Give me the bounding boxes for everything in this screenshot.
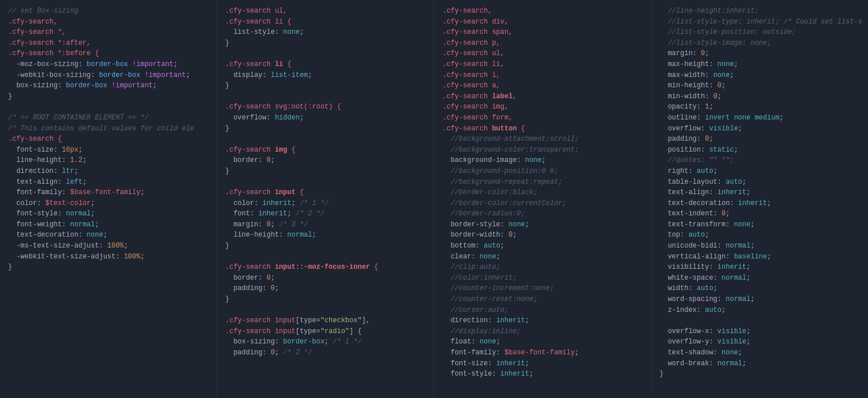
code-line: font: inherit; /* 2 */ [225, 208, 426, 219]
code-line: //background-repeat:repeat; [442, 177, 643, 188]
code-line: .cfy-search { [8, 134, 209, 145]
code-line: //background-color:transparent; [442, 145, 643, 156]
code-line: position: static; [659, 145, 860, 156]
code-line: list-style: none; [225, 27, 426, 38]
code-line: } [8, 91, 209, 102]
code-line: text-shadow: none; [659, 347, 860, 358]
code-line: .cfy-search li, [442, 59, 643, 70]
code-line: min-height: 0; [659, 80, 860, 91]
code-line: //counter-increment:none; [442, 283, 643, 294]
code-line: -ms-text-size-adjust: 100%; [8, 241, 209, 252]
code-line [225, 252, 426, 262]
code-line: //list-style-position: outside; [659, 27, 860, 38]
code-line: .cfy-search, [8, 17, 209, 28]
code-line: .cfy-search form, [442, 113, 643, 123]
code-line [225, 48, 426, 59]
code-line: border: 0; [225, 273, 426, 284]
code-line: min-width: 0; [659, 91, 860, 102]
code-line: //border-color:currentColor; [442, 198, 643, 209]
code-line: //border-color:black; [442, 187, 643, 198]
code-line: float: none; [442, 337, 643, 347]
code-line: //background-attachment:scroll; [442, 134, 643, 145]
code-line: background-image: none; [442, 155, 643, 166]
code-line [8, 102, 209, 113]
code-panel-3: .cfy-search, .cfy-search div, .cfy-searc… [434, 0, 651, 398]
code-line: padding: 0; [659, 134, 860, 145]
code-line: .cfy-search span, [442, 27, 643, 38]
code-line: font-size: inherit; [442, 358, 643, 369]
code-line: } [225, 166, 426, 177]
code-line: } [659, 369, 860, 380]
code-line: text-align: left; [8, 177, 209, 188]
code-line: //list-style-type: inherit; /* Could set… [659, 17, 860, 28]
code-line: .cfy-search button { [442, 123, 643, 134]
code-line: font-family: $base-font-family; [8, 187, 209, 198]
code-line: line-height: normal; [225, 230, 426, 241]
code-line: font-style: normal; [8, 208, 209, 219]
code-panel-2: .cfy-search ul, .cfy-search li { list-st… [217, 0, 434, 398]
code-line: //quotes: "" ""; [659, 155, 860, 166]
code-line: max-height: none; [659, 59, 860, 70]
code-line: top: auto; [659, 230, 860, 241]
code-line: color: inherit; /* 1 */ [225, 198, 426, 209]
code-line: .cfy-search label, [442, 91, 643, 102]
code-line: .cfy-search *:before { [8, 48, 209, 59]
code-line: direction: ltr; [8, 166, 209, 177]
code-line [225, 305, 426, 316]
code-line: .cfy-search img { [225, 145, 426, 156]
code-line: //color:inherit; [442, 273, 643, 284]
code-line: color: $text-color; [8, 198, 209, 209]
code-line: visibility: inherit; [659, 262, 860, 273]
code-line: .cfy-search ul, [442, 48, 643, 59]
code-line: //counter-reset:none; [442, 294, 643, 305]
code-line [659, 315, 860, 326]
code-line: //display:inline; [442, 326, 643, 337]
code-line: .cfy-search input { [225, 187, 426, 198]
code-line [225, 91, 426, 102]
code-line: .cfy-search input[type="checkbox"], [225, 315, 426, 326]
code-line: //list-style-image: none; [659, 38, 860, 49]
code-line: } [225, 123, 426, 134]
code-line: } [8, 262, 209, 273]
code-line: } [225, 80, 426, 91]
code-line: border-width: 0; [442, 230, 643, 241]
code-line: vertical-align: baseline; [659, 252, 860, 262]
code-line: width: auto; [659, 283, 860, 294]
code-line: font-weight: normal; [8, 219, 209, 230]
code-line: font-size: 16px; [8, 145, 209, 156]
code-line: /* This contains default values for chil… [8, 123, 209, 134]
code-line: //cursor:auto; [442, 305, 643, 316]
code-line: line-height: 1.2; [8, 155, 209, 166]
code-line: -moz-box-sizing: border-box !important; [8, 59, 209, 70]
code-line: //background-position:0 0; [442, 166, 643, 177]
code-line: text-indent: 0; [659, 208, 860, 219]
code-line: //line-height:inherit; [659, 6, 860, 17]
code-line: unicode-bidi: normal; [659, 241, 860, 252]
code-line: overflow: hidden; [225, 113, 426, 123]
code-line: .cfy-search *, [8, 27, 209, 38]
code-line: .cfy-search a, [442, 80, 643, 91]
code-line: .cfy-search ul, [225, 6, 426, 17]
code-line: } [225, 38, 426, 49]
code-line [225, 177, 426, 188]
code-line: .cfy-search p, [442, 38, 643, 49]
code-line: opacity: 1; [659, 102, 860, 113]
code-line: font-style: inherit; [442, 369, 643, 380]
code-line: box-sizing: border-box; /* 1 */ [225, 337, 426, 347]
code-line: box-sizing: border-box !important; [8, 80, 209, 91]
code-line: .cfy-search *:after, [8, 38, 209, 49]
code-line: border-style: none; [442, 219, 643, 230]
code-line: -webkit-text-size-adjust: 100%; [8, 252, 209, 262]
code-line: } [225, 241, 426, 252]
code-line: bottom: auto; [442, 241, 643, 252]
code-line: overflow-x: visible; [659, 326, 860, 337]
code-line: //border-radius:0; [442, 208, 643, 219]
code-line: -webkit-box-sizing: border-box !importan… [8, 70, 209, 81]
code-line: overflow: visible; [659, 123, 860, 134]
code-line: z-index: auto; [659, 305, 860, 316]
code-line [225, 134, 426, 145]
code-line: .cfy-search, [442, 6, 643, 17]
code-line: direction: inherit; [442, 315, 643, 326]
code-line: text-transform: none; [659, 219, 860, 230]
code-line: text-align: inherit; [659, 187, 860, 198]
